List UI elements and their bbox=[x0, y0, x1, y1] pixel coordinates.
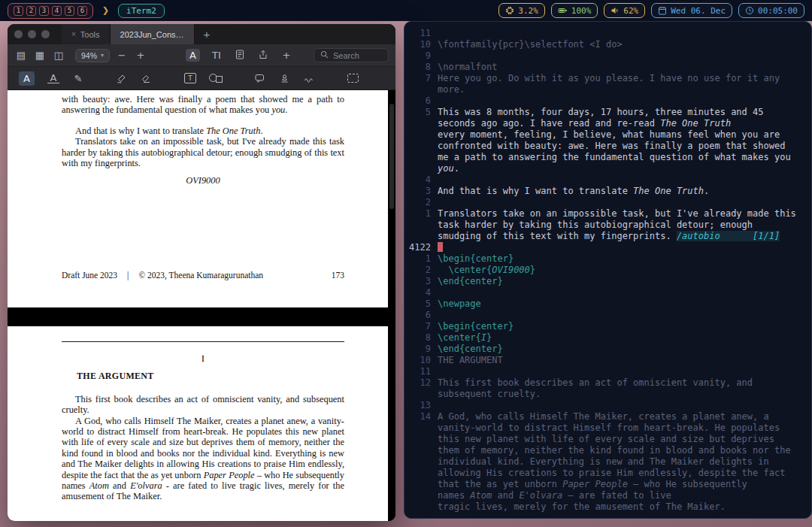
footer-page-number: 173 bbox=[332, 270, 344, 280]
workspace-button-5[interactable]: 5 bbox=[65, 6, 74, 16]
pdf-paragraph: with beauty: awe. Here was finally a poe… bbox=[62, 94, 344, 116]
line-number: 3 bbox=[409, 186, 438, 197]
pdf-page-2: I THE ARGUMENT This first book describes… bbox=[8, 326, 388, 521]
workspace-button-3[interactable]: 3 bbox=[39, 6, 49, 16]
workspace-button-4[interactable]: 4 bbox=[52, 6, 62, 16]
close-window-button[interactable] bbox=[14, 30, 23, 38]
workspace-switcher[interactable]: 123456 bbox=[8, 3, 93, 19]
pen-tool-icon[interactable]: ✎ bbox=[72, 73, 84, 84]
single-page-view-icon[interactable]: ▤ bbox=[14, 50, 28, 61]
chevron-down-icon: ▾ bbox=[101, 52, 104, 59]
terminal-line: 3And that is why I want to translate The… bbox=[409, 186, 811, 197]
menubar-left: 123456 ❯ iTerm2 bbox=[8, 3, 165, 19]
pdf-paragraph: This first book describes an act of omni… bbox=[62, 394, 344, 416]
text-select-tool-icon[interactable]: A bbox=[19, 71, 35, 86]
search-field[interactable]: Search bbox=[314, 48, 389, 62]
rect-select-tool-icon[interactable] bbox=[347, 74, 359, 83]
note-annotation-icon[interactable] bbox=[233, 50, 247, 62]
shapes-tool-icon[interactable] bbox=[209, 73, 223, 83]
stamp-tool-icon[interactable] bbox=[279, 74, 291, 83]
pdf-content-area[interactable]: with beauty: awe. Here was finally a poe… bbox=[8, 90, 395, 521]
terminal-line: 10THE ARGUMENT bbox=[409, 355, 811, 366]
terminal-line: seconds ago ago. I have read and re-read… bbox=[409, 118, 811, 129]
eraser-tool-icon[interactable] bbox=[141, 74, 153, 83]
workspace-button-2[interactable]: 2 bbox=[26, 6, 36, 16]
terminal-line: 2 bbox=[409, 197, 811, 208]
line-number bbox=[409, 468, 438, 479]
line-number bbox=[409, 501, 438, 513]
terminal-line: 13 bbox=[409, 400, 811, 411]
terminal-buffer[interactable]: 1110\fontfamily{pcr}\selectfont <I do>98… bbox=[409, 28, 811, 513]
menubar: 123456 ❯ iTerm2 3.2%100%62%Wed 06. Dec00… bbox=[0, 0, 812, 21]
volume-status-pill[interactable]: 62% bbox=[604, 3, 645, 18]
pdf-paragraph: And that is why I want to translate The … bbox=[62, 126, 344, 136]
underline-tool-icon[interactable]: A bbox=[47, 73, 59, 83]
text-insert-icon[interactable]: TI bbox=[210, 50, 223, 61]
pdf-scrollbar[interactable] bbox=[389, 95, 394, 516]
share-icon[interactable] bbox=[256, 50, 270, 62]
zoom-window-button[interactable] bbox=[41, 30, 50, 38]
zoom-level-dropdown[interactable]: 94% ▾ bbox=[75, 49, 110, 62]
terminal-line: this new planet with life of every scale… bbox=[409, 434, 811, 445]
workspace-button-1[interactable]: 1 bbox=[14, 6, 23, 16]
minimize-window-button[interactable] bbox=[28, 30, 36, 38]
tab-document[interactable]: 2023Jun_Cons… bbox=[111, 24, 195, 44]
terminal-line: 8\center{I} bbox=[409, 332, 811, 344]
terminal-line: me a path to answering the fundamental q… bbox=[409, 152, 811, 163]
active-app-pill[interactable]: iTerm2 bbox=[118, 4, 165, 18]
line-number: 8 bbox=[409, 332, 438, 344]
battery-status-pill[interactable]: 100% bbox=[551, 3, 598, 18]
thumbnail-view-icon[interactable]: ▦ bbox=[33, 50, 47, 61]
workspace-button-6[interactable]: 6 bbox=[77, 6, 87, 16]
battery-icon bbox=[558, 6, 568, 15]
signature-tool-icon[interactable] bbox=[304, 74, 316, 83]
sidebar-view-icon[interactable]: ◫ bbox=[52, 50, 65, 61]
terminal-line: confronted with beauty: awe. Here was fi… bbox=[409, 141, 811, 152]
close-tab-icon[interactable]: × bbox=[71, 30, 76, 38]
text-annotation-icon[interactable]: A bbox=[186, 49, 200, 62]
comment-tool-icon[interactable] bbox=[254, 74, 266, 83]
line-number: 10 bbox=[409, 355, 438, 366]
terminal-line: smudging of this text with my fingerprin… bbox=[409, 231, 811, 242]
zoom-out-button[interactable]: − bbox=[115, 50, 129, 61]
line-number bbox=[409, 141, 438, 152]
tab-tools[interactable]: × Tools bbox=[62, 24, 111, 44]
line-number: 7 bbox=[409, 73, 438, 84]
line-number bbox=[409, 84, 438, 95]
terminal-line: 6 bbox=[409, 95, 811, 107]
textbox-tool-icon[interactable]: T bbox=[184, 73, 196, 83]
line-number bbox=[409, 231, 438, 242]
clock-status-pill[interactable]: 00:05:00 bbox=[738, 3, 804, 18]
highlighter-tool-icon[interactable] bbox=[116, 74, 128, 83]
terminal-window[interactable]: 1110\fontfamily{pcr}\selectfont <I do>98… bbox=[404, 21, 812, 519]
line-number bbox=[409, 445, 438, 456]
cpu-status-pill[interactable]: 3.2% bbox=[498, 3, 545, 18]
terminal-line: 4 bbox=[409, 174, 811, 186]
terminal-line: more. bbox=[409, 84, 811, 95]
line-number: 2 bbox=[409, 197, 438, 208]
line-number bbox=[409, 423, 438, 434]
pdf-page-1-text: with beauty: awe. Here was finally a poe… bbox=[62, 94, 344, 168]
terminal-line: 10\fontfamily{pcr}\selectfont <I do> bbox=[409, 39, 811, 50]
add-annotation-button[interactable]: + bbox=[280, 50, 293, 61]
calendar-icon bbox=[658, 6, 667, 15]
line-number: 1 bbox=[409, 253, 438, 265]
section-numeral: I bbox=[62, 353, 344, 364]
search-icon bbox=[320, 50, 329, 60]
menubar-status: 3.2%100%62%Wed 06. Dec00:05:00 bbox=[498, 3, 804, 18]
new-tab-button[interactable]: + bbox=[195, 24, 220, 44]
markup-tool-group: A TI + bbox=[186, 49, 293, 62]
line-number: 3 bbox=[409, 276, 438, 287]
pdf-tab-bar: × Tools 2023Jun_Cons… + bbox=[8, 24, 395, 44]
date-status-pill[interactable]: Wed 06. Dec bbox=[651, 3, 732, 18]
zoom-in-button[interactable]: + bbox=[134, 50, 147, 61]
terminal-line: tragic lives, merely for the amusement o… bbox=[409, 501, 811, 513]
terminal-line: subsequent cruelty. bbox=[409, 389, 811, 400]
line-number: 5 bbox=[409, 298, 438, 310]
tab-document-label: 2023Jun_Cons… bbox=[120, 30, 184, 39]
window-controls bbox=[14, 30, 50, 38]
line-number bbox=[409, 389, 438, 400]
search-placeholder: Search bbox=[333, 51, 359, 60]
line-number bbox=[409, 152, 438, 163]
scrollbar-thumb[interactable] bbox=[389, 104, 394, 209]
